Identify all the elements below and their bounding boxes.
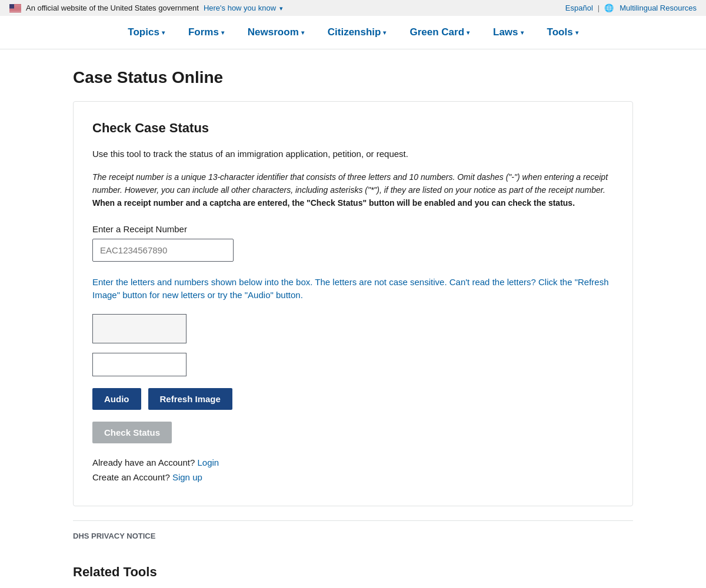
nav-link-laws[interactable]: Laws ▾	[481, 16, 535, 49]
nav-item-tools: Tools ▾	[535, 16, 590, 49]
receipt-number-input[interactable]	[92, 239, 234, 262]
nav-link-newsroom[interactable]: Newsroom ▾	[236, 16, 316, 49]
svg-rect-13	[9, 4, 14, 9]
svg-rect-10	[9, 10, 21, 11]
svg-rect-7	[9, 8, 21, 9]
account-links: Already have an Account? Login Create an…	[92, 457, 614, 482]
create-account-text: Create an Account? Sign up	[92, 472, 614, 482]
how-to-know-link[interactable]: Here's how you know ▾	[204, 4, 283, 12]
already-account-text: Already have an Account? Login	[92, 457, 614, 467]
gov-banner-right: Español | 🌐 Multilingual Resources	[565, 4, 697, 12]
gov-banner: An official website of the United States…	[0, 0, 706, 16]
topics-chevron-icon: ▾	[162, 29, 165, 36]
captcha-instruction: Enter the letters and numbers shown belo…	[92, 276, 614, 302]
nav-link-tools[interactable]: Tools ▾	[535, 16, 590, 49]
nav-item-newsroom: Newsroom ▾	[236, 16, 316, 49]
card-heading: Check Case Status	[92, 121, 614, 136]
forms-chevron-icon: ▾	[221, 29, 224, 36]
multilingual-resources-link[interactable]: Multilingual Resources	[620, 4, 697, 12]
captcha-button-row: Audio Refresh Image	[92, 388, 614, 410]
svg-rect-8	[9, 9, 21, 9]
nav-link-green-card[interactable]: Green Card ▾	[398, 16, 481, 49]
laws-chevron-icon: ▾	[521, 29, 524, 36]
audio-button[interactable]: Audio	[92, 388, 141, 410]
svg-rect-12	[9, 11, 21, 12]
globe-icon: 🌐	[604, 4, 614, 12]
newsroom-chevron-icon: ▾	[301, 29, 304, 36]
nav-item-laws: Laws ▾	[481, 16, 535, 49]
nav-link-forms[interactable]: Forms ▾	[176, 16, 236, 49]
card-note-bold: When a receipt number and a captcha are …	[92, 198, 575, 208]
gov-banner-left: An official website of the United States…	[9, 4, 283, 12]
refresh-image-button[interactable]: Refresh Image	[148, 388, 232, 410]
card-note: The receipt number is a unique 13-charac…	[92, 171, 614, 210]
signup-link[interactable]: Sign up	[172, 472, 202, 482]
captcha-image	[92, 314, 187, 343]
nav-link-topics[interactable]: Topics ▾	[116, 16, 176, 49]
receipt-label: Enter a Receipt Number	[92, 224, 614, 234]
nav-item-topics: Topics ▾	[116, 16, 176, 49]
page-title: Case Status Online	[73, 68, 633, 87]
tools-chevron-icon: ▾	[575, 29, 578, 36]
nav-item-citizenship: Citizenship ▾	[316, 16, 398, 49]
related-tools-heading: Related Tools	[73, 550, 633, 580]
greencard-chevron-icon: ▾	[467, 29, 469, 36]
main-content: Case Status Online Check Case Status Use…	[59, 49, 647, 588]
nav-link-citizenship[interactable]: Citizenship ▾	[316, 16, 398, 49]
card-description: Use this tool to track the status of an …	[92, 148, 614, 161]
nav-item-green-card: Green Card ▾	[398, 16, 481, 49]
nav-item-forms: Forms ▾	[176, 16, 236, 49]
login-link[interactable]: Login	[197, 457, 219, 467]
svg-rect-9	[9, 9, 21, 10]
citizenship-chevron-icon: ▾	[383, 29, 386, 36]
nav-list: Topics ▾ Forms ▾ Newsroom ▾ Citizenship …	[116, 16, 590, 49]
official-text: An official website of the United States…	[26, 4, 199, 12]
main-nav: Topics ▾ Forms ▾ Newsroom ▾ Citizenship …	[0, 16, 706, 49]
captcha-input[interactable]	[92, 353, 187, 376]
svg-rect-11	[9, 11, 21, 11]
check-case-status-card: Check Case Status Use this tool to track…	[73, 101, 633, 506]
check-status-button[interactable]: Check Status	[92, 422, 172, 443]
us-flag-icon	[9, 4, 21, 12]
privacy-notice-section: DHS PRIVACY NOTICE	[73, 520, 633, 550]
privacy-notice-link[interactable]: DHS PRIVACY NOTICE	[73, 532, 155, 540]
espanol-link[interactable]: Español	[565, 4, 593, 12]
